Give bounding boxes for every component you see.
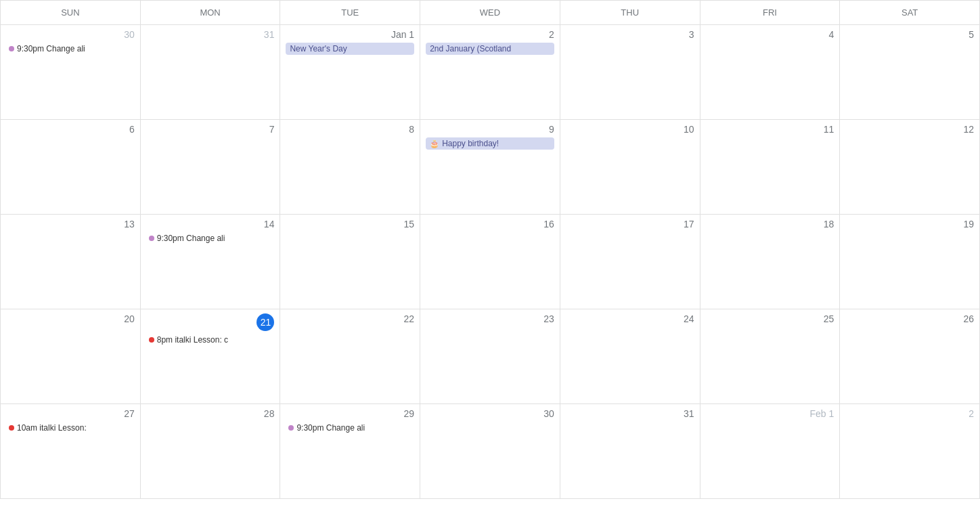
event-timed[interactable]: 10am italki Lesson: [6, 422, 135, 434]
event-text: Happy birthday! [442, 139, 499, 148]
day-cell[interactable]: 218pm italki Lesson: c [141, 309, 281, 404]
day-number: 3 [566, 29, 694, 40]
day-number: 6 [6, 124, 135, 135]
event-text: 9:30pm Change ali [157, 234, 225, 243]
day-cell[interactable]: 6 [1, 120, 141, 215]
day-cell[interactable]: 17 [560, 215, 700, 309]
day-cell[interactable]: 3 [560, 25, 700, 120]
day-number: Feb 1 [706, 408, 834, 419]
day-cell[interactable]: 22nd January (Scotland [420, 25, 560, 120]
day-of-week-header: SUN [1, 1, 141, 24]
day-cell[interactable]: Jan 1New Year's Day [280, 25, 420, 120]
event-dot-icon [9, 46, 14, 51]
day-cell[interactable]: 30 [420, 404, 560, 499]
day-of-week-header: FRI [700, 1, 841, 24]
day-number: 31 [566, 408, 694, 419]
day-number: 21 [257, 313, 274, 331]
event-text: 8pm italki Lesson: c [157, 335, 228, 345]
day-cell[interactable]: 8 [280, 120, 420, 215]
day-cell[interactable]: 5 [840, 25, 980, 120]
day-number: 9 [426, 124, 554, 135]
birthday-cake-icon: 🎂 [430, 139, 439, 148]
day-cell[interactable]: 2 [840, 404, 980, 499]
day-number: 19 [845, 219, 974, 230]
day-number: 20 [6, 313, 135, 324]
day-number: 10 [566, 124, 694, 135]
day-cell[interactable]: 20 [1, 309, 141, 404]
day-of-week-header: MON [141, 1, 281, 24]
day-number: 8 [286, 124, 414, 135]
day-number: 2 [426, 29, 554, 40]
day-cell[interactable]: 31 [560, 404, 700, 499]
day-number: 23 [426, 313, 554, 324]
event-dot-icon [149, 337, 154, 343]
day-cell[interactable]: 12 [840, 120, 980, 215]
day-cell[interactable]: Feb 1 [700, 404, 841, 499]
day-number: 31 [146, 29, 275, 40]
day-cell[interactable]: 31 [141, 25, 281, 120]
day-number: 2 [845, 408, 974, 419]
day-number: 16 [426, 219, 554, 230]
day-number: 11 [706, 124, 834, 135]
event-allday[interactable]: 2nd January (Scotland [426, 43, 554, 55]
day-number: 17 [566, 219, 694, 230]
day-cell[interactable]: 26 [840, 309, 980, 404]
day-cell[interactable]: 28 [141, 404, 281, 499]
event-timed[interactable]: 9:30pm Change ali [146, 232, 275, 244]
event-dot-icon [9, 425, 14, 431]
day-number: 27 [6, 408, 135, 419]
day-number: 29 [286, 408, 414, 419]
day-cell[interactable]: 15 [280, 215, 420, 309]
day-number: 26 [845, 313, 974, 324]
calendar: SUNMONTUEWEDTHUFRISAT 309:30pm Change al… [0, 0, 980, 499]
day-cell[interactable]: 19 [840, 215, 980, 309]
day-number: 4 [706, 29, 834, 40]
event-text: 9:30pm Change ali [17, 44, 85, 53]
day-number: 28 [146, 408, 275, 419]
day-of-week-header: SAT [840, 1, 980, 24]
event-text: 9:30pm Change ali [296, 423, 365, 433]
event-birthday[interactable]: 🎂Happy birthday! [426, 137, 554, 150]
day-of-week-header: TUE [280, 1, 420, 24]
calendar-header: SUNMONTUEWEDTHUFRISAT [1, 1, 980, 25]
day-number: 14 [146, 219, 275, 230]
day-cell[interactable]: 9🎂Happy birthday! [420, 120, 560, 215]
day-cell[interactable]: 11 [700, 120, 841, 215]
day-number: 7 [146, 124, 275, 135]
day-number: 24 [566, 313, 694, 324]
day-cell[interactable]: 4 [700, 25, 841, 120]
day-cell[interactable]: 25 [700, 309, 841, 404]
day-number: 13 [6, 219, 135, 230]
day-cell[interactable]: 2710am italki Lesson: [1, 404, 141, 499]
event-timed[interactable]: 9:30pm Change ali [286, 422, 414, 434]
event-timed[interactable]: 8pm italki Lesson: c [146, 334, 275, 346]
day-cell[interactable]: 10 [560, 120, 700, 215]
day-cell[interactable]: 299:30pm Change ali [280, 404, 420, 499]
day-number: 12 [845, 124, 974, 135]
day-number: 30 [426, 408, 554, 419]
day-cell[interactable]: 23 [420, 309, 560, 404]
day-cell[interactable]: 24 [560, 309, 700, 404]
day-number: 25 [706, 313, 834, 324]
day-number: 15 [286, 219, 414, 230]
day-cell[interactable]: 16 [420, 215, 560, 309]
day-cell[interactable]: 18 [700, 215, 841, 309]
day-of-week-header: THU [560, 1, 700, 24]
event-text: 10am italki Lesson: [17, 423, 87, 433]
event-dot-icon [149, 236, 154, 241]
day-cell[interactable]: 13 [1, 215, 141, 309]
event-dot-icon [288, 425, 294, 431]
day-number: 18 [706, 219, 834, 230]
day-of-week-header: WED [420, 1, 560, 24]
day-number: 30 [6, 29, 135, 40]
day-number: Jan 1 [286, 29, 414, 40]
day-number: 22 [286, 313, 414, 324]
day-number: 5 [845, 29, 974, 40]
day-cell[interactable]: 22 [280, 309, 420, 404]
event-allday[interactable]: New Year's Day [286, 43, 414, 55]
day-cell[interactable]: 309:30pm Change ali [1, 25, 141, 120]
day-cell[interactable]: 7 [141, 120, 281, 215]
day-cell[interactable]: 149:30pm Change ali [141, 215, 281, 309]
event-timed[interactable]: 9:30pm Change ali [6, 43, 135, 55]
calendar-grid: 309:30pm Change ali31Jan 1New Year's Day… [1, 25, 980, 499]
